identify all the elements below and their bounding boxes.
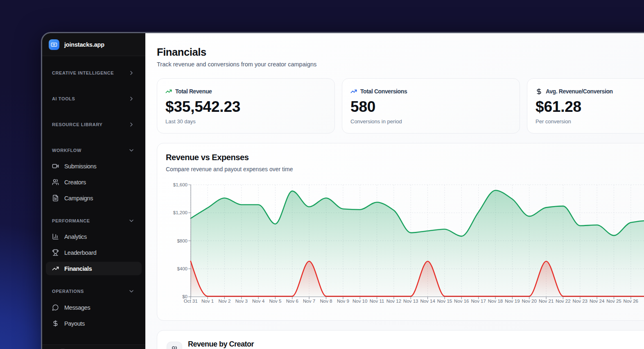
svg-text:$1,200: $1,200 [173, 210, 188, 215]
svg-text:Nov 10: Nov 10 [353, 299, 367, 304]
svg-text:Nov 20: Nov 20 [522, 299, 536, 304]
svg-text:Nov 17: Nov 17 [471, 299, 486, 304]
svg-text:Oct 31: Oct 31 [184, 299, 198, 304]
svg-text:Nov 12: Nov 12 [386, 299, 401, 304]
svg-text:Nov 3: Nov 3 [235, 299, 248, 304]
svg-text:Nov 9: Nov 9 [337, 299, 349, 304]
svg-text:Nov 24: Nov 24 [590, 299, 605, 304]
svg-text:Nov 14: Nov 14 [420, 299, 435, 304]
svg-text:Nov 19: Nov 19 [505, 299, 520, 304]
svg-text:Nov 13: Nov 13 [403, 299, 418, 304]
svg-text:$400: $400 [177, 266, 188, 271]
svg-text:Nov 2: Nov 2 [218, 299, 230, 304]
svg-text:Nov 11: Nov 11 [370, 299, 384, 304]
svg-text:Nov 4: Nov 4 [252, 299, 265, 304]
svg-text:Nov 26: Nov 26 [624, 299, 638, 304]
svg-text:Nov 15: Nov 15 [437, 299, 452, 304]
svg-text:Nov 5: Nov 5 [269, 299, 281, 304]
svg-text:Nov 18: Nov 18 [488, 299, 503, 304]
svg-text:$800: $800 [177, 238, 188, 243]
svg-text:Nov 22: Nov 22 [556, 299, 570, 304]
svg-text:Nov 1: Nov 1 [201, 299, 214, 304]
svg-text:Nov 8: Nov 8 [320, 299, 332, 304]
svg-text:Nov 6: Nov 6 [286, 299, 298, 304]
svg-text:Nov 23: Nov 23 [573, 299, 588, 304]
svg-text:$1,600: $1,600 [173, 182, 188, 187]
svg-text:Nov 25: Nov 25 [606, 299, 621, 304]
svg-text:Nov 21: Nov 21 [539, 299, 554, 304]
svg-text:Nov 16: Nov 16 [454, 299, 469, 304]
svg-text:Nov 7: Nov 7 [303, 299, 315, 304]
